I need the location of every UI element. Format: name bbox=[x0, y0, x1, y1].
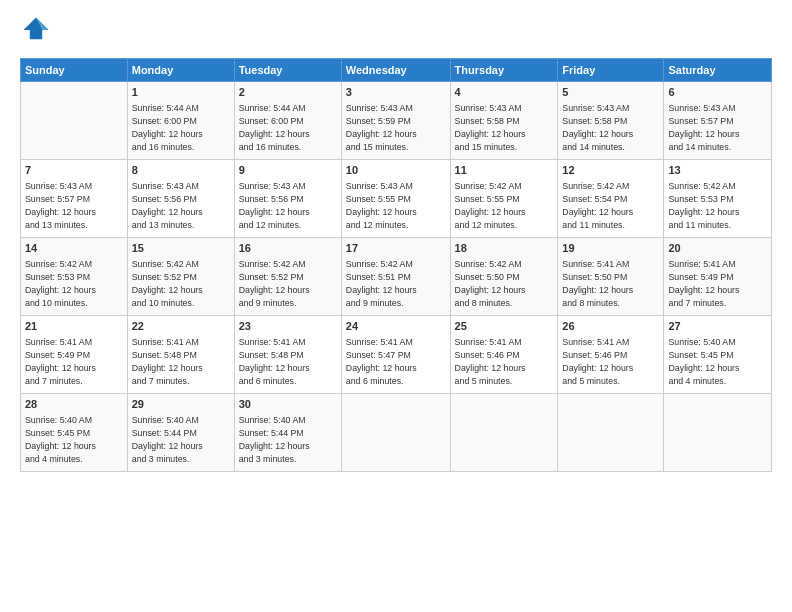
day-info: Sunrise: 5:44 AM Sunset: 6:00 PM Dayligh… bbox=[239, 102, 337, 153]
calendar-cell: 10Sunrise: 5:43 AM Sunset: 5:55 PM Dayli… bbox=[341, 160, 450, 238]
day-number: 26 bbox=[562, 319, 659, 334]
calendar-week-2: 14Sunrise: 5:42 AM Sunset: 5:53 PM Dayli… bbox=[21, 238, 772, 316]
weekday-header-monday: Monday bbox=[127, 59, 234, 82]
day-info: Sunrise: 5:43 AM Sunset: 5:55 PM Dayligh… bbox=[346, 180, 446, 231]
day-info: Sunrise: 5:43 AM Sunset: 5:58 PM Dayligh… bbox=[562, 102, 659, 153]
calendar-week-4: 28Sunrise: 5:40 AM Sunset: 5:45 PM Dayli… bbox=[21, 394, 772, 472]
day-info: Sunrise: 5:40 AM Sunset: 5:45 PM Dayligh… bbox=[25, 414, 123, 465]
calendar-cell: 15Sunrise: 5:42 AM Sunset: 5:52 PM Dayli… bbox=[127, 238, 234, 316]
calendar-cell: 19Sunrise: 5:41 AM Sunset: 5:50 PM Dayli… bbox=[558, 238, 664, 316]
logo bbox=[20, 16, 54, 48]
calendar-cell: 13Sunrise: 5:42 AM Sunset: 5:53 PM Dayli… bbox=[664, 160, 772, 238]
day-info: Sunrise: 5:40 AM Sunset: 5:44 PM Dayligh… bbox=[132, 414, 230, 465]
calendar-cell: 17Sunrise: 5:42 AM Sunset: 5:51 PM Dayli… bbox=[341, 238, 450, 316]
day-info: Sunrise: 5:43 AM Sunset: 5:57 PM Dayligh… bbox=[25, 180, 123, 231]
day-info: Sunrise: 5:42 AM Sunset: 5:53 PM Dayligh… bbox=[668, 180, 767, 231]
calendar-cell: 12Sunrise: 5:42 AM Sunset: 5:54 PM Dayli… bbox=[558, 160, 664, 238]
calendar-cell bbox=[21, 82, 128, 160]
calendar-cell: 9Sunrise: 5:43 AM Sunset: 5:56 PM Daylig… bbox=[234, 160, 341, 238]
day-info: Sunrise: 5:41 AM Sunset: 5:49 PM Dayligh… bbox=[668, 258, 767, 309]
calendar-cell: 20Sunrise: 5:41 AM Sunset: 5:49 PM Dayli… bbox=[664, 238, 772, 316]
calendar-cell: 11Sunrise: 5:42 AM Sunset: 5:55 PM Dayli… bbox=[450, 160, 558, 238]
calendar-cell: 18Sunrise: 5:42 AM Sunset: 5:50 PM Dayli… bbox=[450, 238, 558, 316]
day-info: Sunrise: 5:41 AM Sunset: 5:50 PM Dayligh… bbox=[562, 258, 659, 309]
page: SundayMondayTuesdayWednesdayThursdayFrid… bbox=[0, 0, 792, 612]
calendar-cell: 25Sunrise: 5:41 AM Sunset: 5:46 PM Dayli… bbox=[450, 316, 558, 394]
calendar-cell: 21Sunrise: 5:41 AM Sunset: 5:49 PM Dayli… bbox=[21, 316, 128, 394]
calendar-week-3: 21Sunrise: 5:41 AM Sunset: 5:49 PM Dayli… bbox=[21, 316, 772, 394]
day-info: Sunrise: 5:40 AM Sunset: 5:44 PM Dayligh… bbox=[239, 414, 337, 465]
day-number: 28 bbox=[25, 397, 123, 412]
calendar-body: 1Sunrise: 5:44 AM Sunset: 6:00 PM Daylig… bbox=[21, 82, 772, 472]
day-number: 4 bbox=[455, 85, 554, 100]
day-info: Sunrise: 5:42 AM Sunset: 5:51 PM Dayligh… bbox=[346, 258, 446, 309]
weekday-row: SundayMondayTuesdayWednesdayThursdayFrid… bbox=[21, 59, 772, 82]
day-number: 27 bbox=[668, 319, 767, 334]
day-info: Sunrise: 5:44 AM Sunset: 6:00 PM Dayligh… bbox=[132, 102, 230, 153]
day-number: 10 bbox=[346, 163, 446, 178]
day-info: Sunrise: 5:42 AM Sunset: 5:53 PM Dayligh… bbox=[25, 258, 123, 309]
day-info: Sunrise: 5:41 AM Sunset: 5:46 PM Dayligh… bbox=[455, 336, 554, 387]
calendar-cell: 6Sunrise: 5:43 AM Sunset: 5:57 PM Daylig… bbox=[664, 82, 772, 160]
day-number: 12 bbox=[562, 163, 659, 178]
day-info: Sunrise: 5:41 AM Sunset: 5:49 PM Dayligh… bbox=[25, 336, 123, 387]
day-info: Sunrise: 5:42 AM Sunset: 5:52 PM Dayligh… bbox=[239, 258, 337, 309]
day-number: 5 bbox=[562, 85, 659, 100]
calendar-week-0: 1Sunrise: 5:44 AM Sunset: 6:00 PM Daylig… bbox=[21, 82, 772, 160]
day-number: 23 bbox=[239, 319, 337, 334]
weekday-header-wednesday: Wednesday bbox=[341, 59, 450, 82]
day-info: Sunrise: 5:43 AM Sunset: 5:56 PM Dayligh… bbox=[239, 180, 337, 231]
weekday-header-sunday: Sunday bbox=[21, 59, 128, 82]
day-info: Sunrise: 5:43 AM Sunset: 5:57 PM Dayligh… bbox=[668, 102, 767, 153]
calendar-cell: 3Sunrise: 5:43 AM Sunset: 5:59 PM Daylig… bbox=[341, 82, 450, 160]
calendar-header: SundayMondayTuesdayWednesdayThursdayFrid… bbox=[21, 59, 772, 82]
header bbox=[20, 16, 772, 48]
day-number: 8 bbox=[132, 163, 230, 178]
calendar-cell: 8Sunrise: 5:43 AM Sunset: 5:56 PM Daylig… bbox=[127, 160, 234, 238]
day-number: 24 bbox=[346, 319, 446, 334]
day-info: Sunrise: 5:42 AM Sunset: 5:55 PM Dayligh… bbox=[455, 180, 554, 231]
calendar-week-1: 7Sunrise: 5:43 AM Sunset: 5:57 PM Daylig… bbox=[21, 160, 772, 238]
day-number: 6 bbox=[668, 85, 767, 100]
day-number: 25 bbox=[455, 319, 554, 334]
day-number: 17 bbox=[346, 241, 446, 256]
weekday-header-thursday: Thursday bbox=[450, 59, 558, 82]
day-number: 1 bbox=[132, 85, 230, 100]
calendar-cell: 28Sunrise: 5:40 AM Sunset: 5:45 PM Dayli… bbox=[21, 394, 128, 472]
day-number: 14 bbox=[25, 241, 123, 256]
day-info: Sunrise: 5:43 AM Sunset: 5:56 PM Dayligh… bbox=[132, 180, 230, 231]
calendar-cell: 30Sunrise: 5:40 AM Sunset: 5:44 PM Dayli… bbox=[234, 394, 341, 472]
day-number: 20 bbox=[668, 241, 767, 256]
day-number: 29 bbox=[132, 397, 230, 412]
calendar-cell: 1Sunrise: 5:44 AM Sunset: 6:00 PM Daylig… bbox=[127, 82, 234, 160]
calendar-cell: 14Sunrise: 5:42 AM Sunset: 5:53 PM Dayli… bbox=[21, 238, 128, 316]
calendar-cell: 4Sunrise: 5:43 AM Sunset: 5:58 PM Daylig… bbox=[450, 82, 558, 160]
day-number: 16 bbox=[239, 241, 337, 256]
day-info: Sunrise: 5:43 AM Sunset: 5:59 PM Dayligh… bbox=[346, 102, 446, 153]
day-info: Sunrise: 5:42 AM Sunset: 5:54 PM Dayligh… bbox=[562, 180, 659, 231]
logo-icon bbox=[22, 16, 50, 44]
day-info: Sunrise: 5:40 AM Sunset: 5:45 PM Dayligh… bbox=[668, 336, 767, 387]
calendar-cell: 2Sunrise: 5:44 AM Sunset: 6:00 PM Daylig… bbox=[234, 82, 341, 160]
calendar-cell bbox=[664, 394, 772, 472]
calendar-cell: 23Sunrise: 5:41 AM Sunset: 5:48 PM Dayli… bbox=[234, 316, 341, 394]
day-number: 2 bbox=[239, 85, 337, 100]
day-number: 7 bbox=[25, 163, 123, 178]
calendar-cell bbox=[450, 394, 558, 472]
day-number: 15 bbox=[132, 241, 230, 256]
calendar-cell: 26Sunrise: 5:41 AM Sunset: 5:46 PM Dayli… bbox=[558, 316, 664, 394]
day-number: 13 bbox=[668, 163, 767, 178]
weekday-header-saturday: Saturday bbox=[664, 59, 772, 82]
calendar-cell: 7Sunrise: 5:43 AM Sunset: 5:57 PM Daylig… bbox=[21, 160, 128, 238]
day-info: Sunrise: 5:41 AM Sunset: 5:48 PM Dayligh… bbox=[132, 336, 230, 387]
weekday-header-friday: Friday bbox=[558, 59, 664, 82]
day-number: 18 bbox=[455, 241, 554, 256]
calendar-cell: 29Sunrise: 5:40 AM Sunset: 5:44 PM Dayli… bbox=[127, 394, 234, 472]
calendar-table: SundayMondayTuesdayWednesdayThursdayFrid… bbox=[20, 58, 772, 472]
calendar-cell: 27Sunrise: 5:40 AM Sunset: 5:45 PM Dayli… bbox=[664, 316, 772, 394]
day-number: 19 bbox=[562, 241, 659, 256]
day-number: 9 bbox=[239, 163, 337, 178]
weekday-header-tuesday: Tuesday bbox=[234, 59, 341, 82]
calendar-cell: 22Sunrise: 5:41 AM Sunset: 5:48 PM Dayli… bbox=[127, 316, 234, 394]
calendar-cell: 5Sunrise: 5:43 AM Sunset: 5:58 PM Daylig… bbox=[558, 82, 664, 160]
